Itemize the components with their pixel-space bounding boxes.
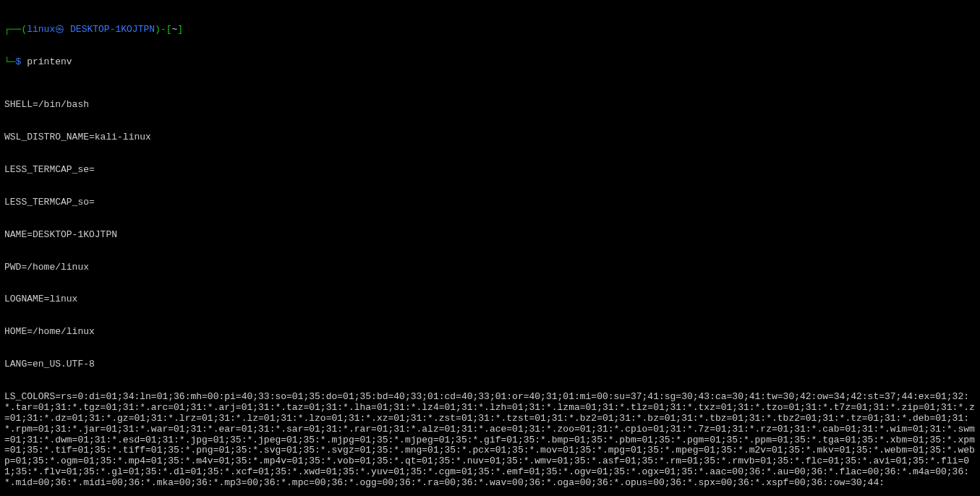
prompt-arrow: └─ [4, 56, 16, 67]
env-less-se: LESS_TERMCAP_se= [4, 165, 976, 176]
prompt-line-2: └─$ printenv [4, 57, 976, 68]
env-ls-colors: LS_COLORS=rs=0:di=01;34:ln=01;36:mh=00:p… [4, 392, 976, 489]
prompt-line-1: ┌──(linux㉿ DESKTOP-1KOJTPN)-[~] [4, 25, 976, 35]
prompt-close: ] [177, 24, 183, 35]
prompt-bracket: )-[ [155, 24, 171, 35]
prompt-open: ┌──( [4, 24, 27, 35]
env-name: NAME=DESKTOP-1KOJTPN [4, 230, 976, 241]
env-logname: LOGNAME=linux [4, 294, 976, 305]
env-lang: LANG=en_US.UTF-8 [4, 359, 976, 370]
terminal-output[interactable]: ┌──(linux㉿ DESKTOP-1KOJTPN)-[~] └─$ prin… [0, 0, 980, 496]
env-pwd: PWD=/home/linux [4, 262, 976, 273]
env-shell: SHELL=/bin/bash [4, 100, 976, 111]
env-wsl-distro: WSL_DISTRO_NAME=kali-linux [4, 132, 976, 143]
env-home: HOME=/home/linux [4, 327, 976, 338]
env-less-so: LESS_TERMCAP_so= [4, 197, 976, 208]
prompt-dollar: $ [16, 56, 27, 67]
command: printenv [27, 56, 72, 67]
user-host: linux㉿ DESKTOP-1KOJTPN [27, 24, 155, 35]
